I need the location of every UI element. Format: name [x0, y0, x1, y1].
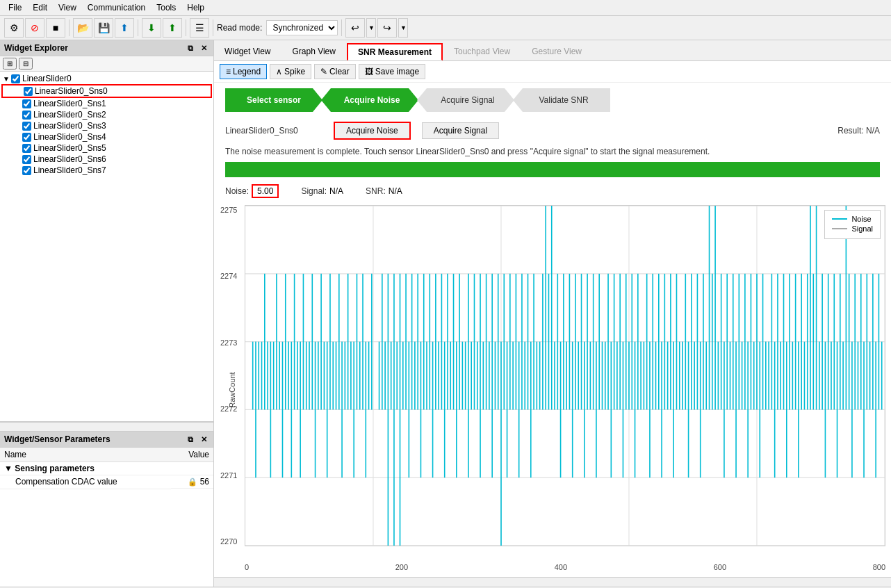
- toolbar-separator-3: [186, 19, 186, 36]
- tree-item-sns6[interactable]: LinearSlider0_Sns6: [1, 154, 212, 165]
- y-tick-2273: 2273: [220, 338, 237, 347]
- save-button[interactable]: 💾: [94, 18, 113, 38]
- down-button[interactable]: ⬇: [142, 18, 161, 38]
- open-button[interactable]: 📂: [73, 18, 92, 38]
- save-image-button[interactable]: 🖼 Save image: [359, 64, 425, 79]
- tree-checkbox-sns6[interactable]: [22, 155, 31, 164]
- stop-button[interactable]: ⊘: [25, 18, 44, 38]
- tab-widget-view[interactable]: Widget View: [214, 43, 281, 60]
- tree-item-sns7[interactable]: LinearSlider0_Sns7: [1, 165, 212, 176]
- chart-scrollbar[interactable]: [214, 577, 891, 587]
- tree-item-sns4[interactable]: LinearSlider0_Sns4: [1, 131, 212, 142]
- undo-button[interactable]: ↩: [345, 18, 365, 38]
- expand-all-button[interactable]: ⊟: [19, 58, 33, 70]
- acquire-noise-button[interactable]: Acquire Noise: [334, 122, 411, 140]
- tree-checkbox-sns5[interactable]: [22, 144, 31, 153]
- tree-item-sns2[interactable]: LinearSlider0_Sns2: [1, 109, 212, 120]
- params-panel-title: Widget/Sensor Parameters: [4, 434, 111, 444]
- x-tick-800: 800: [873, 563, 885, 571]
- up-button[interactable]: ⬆: [163, 18, 182, 38]
- toolbar-separator-1: [69, 19, 70, 36]
- result-text: Result: N/A: [837, 126, 880, 136]
- tree-item-sns0[interactable]: LinearSlider0_Sns0: [1, 84, 212, 98]
- tree-checkbox-sns4[interactable]: [22, 133, 31, 142]
- right-panel: Widget View Graph View SNR Measurement T…: [214, 40, 891, 587]
- legend-button[interactable]: ≡ Legend: [220, 64, 267, 79]
- redo-button[interactable]: ↪: [377, 18, 397, 38]
- menu-file[interactable]: File: [3, 1, 27, 14]
- menu-edit[interactable]: Edit: [27, 1, 53, 14]
- save-image-label: Save image: [375, 67, 419, 76]
- menu-communication[interactable]: Communication: [82, 1, 151, 14]
- menu-tools[interactable]: Tools: [151, 1, 181, 14]
- spike-button[interactable]: ∧ Spike: [270, 64, 311, 79]
- upload-button[interactable]: ⬆: [115, 18, 134, 38]
- params-value-cdac-text: 56: [200, 477, 209, 487]
- signal-value: N/A: [329, 186, 343, 196]
- tree-checkbox-sns3[interactable]: [22, 122, 31, 131]
- legend-signal-label: Signal: [851, 224, 873, 233]
- tree-checkbox-root[interactable]: [11, 74, 20, 83]
- y-tick-2275: 2275: [220, 206, 237, 214]
- params-label-cdac: Compensation CDAC value: [4, 477, 117, 487]
- chart-legend: Noise Signal: [824, 210, 881, 239]
- settings-button[interactable]: ⚙: [4, 18, 24, 38]
- section-arrow[interactable]: ▼: [4, 464, 15, 473]
- redo-dropdown[interactable]: ▼: [398, 18, 408, 38]
- tree-label-sns3: LinearSlider0_Sns3: [33, 121, 106, 131]
- pipeline-step-acquire-signal: Acquire Signal: [417, 88, 514, 112]
- pipeline-step-signal-label: Acquire Signal: [441, 95, 494, 105]
- tree-root[interactable]: ▼ LinearSlider0: [1, 73, 212, 84]
- acquire-signal-button[interactable]: Acquire Signal: [422, 122, 499, 139]
- params-row-cdac: Compensation CDAC value 🔒 56: [0, 475, 213, 489]
- params-close-icon[interactable]: ✕: [198, 434, 209, 445]
- collapse-all-button[interactable]: ⊞: [3, 58, 17, 70]
- snr-label: SNR:: [366, 186, 386, 196]
- tree-checkbox-sns2[interactable]: [22, 111, 31, 120]
- params-panel-content: Name Value ▼ Sensing parameters Compensa…: [0, 448, 213, 587]
- tree-label-sns2: LinearSlider0_Sns2: [33, 110, 106, 120]
- left-panel: Widget Explorer ⧉ ✕ ⊞ ⊟ ▼ LinearSlider0: [0, 40, 214, 587]
- noise-label: Noise:: [225, 186, 249, 196]
- read-mode-label: Read mode:: [217, 23, 262, 33]
- params-section-row: ▼ Sensing parameters: [0, 462, 213, 475]
- pipeline-step-select-sensor: Select sensor: [225, 88, 322, 112]
- params-restore-icon[interactable]: ⧉: [185, 434, 196, 445]
- signal-measure: Signal: N/A: [301, 186, 343, 196]
- result-value: N/A: [866, 126, 880, 136]
- legend-signal-color: [832, 228, 847, 229]
- tab-graph-view[interactable]: Graph View: [281, 43, 345, 60]
- pipeline-step-validate-label: Validate SNR: [539, 95, 588, 105]
- save-image-icon: 🖼: [365, 67, 373, 76]
- y-ticks: 2275 2274 2273 2272 2271 2270: [220, 206, 237, 546]
- pipeline-step-acquire-noise: Acquire Noise: [321, 88, 418, 112]
- tree-checkbox-sns7[interactable]: [22, 166, 31, 175]
- x-tick-200: 200: [395, 563, 408, 571]
- clear-button[interactable]: ✎ Clear: [314, 64, 356, 79]
- pipeline-step-noise-label: Acquire Noise: [344, 95, 400, 105]
- read-mode-select[interactable]: Synchronized Continuous Single: [266, 20, 338, 35]
- undo-dropdown[interactable]: ▼: [366, 18, 376, 38]
- tree-item-sns5[interactable]: LinearSlider0_Sns5: [1, 142, 212, 154]
- list-button[interactable]: ☰: [190, 18, 209, 38]
- tab-gesture-view[interactable]: Gesture View: [521, 43, 592, 60]
- stop-square-button[interactable]: ■: [46, 18, 65, 38]
- params-value-cdac: 🔒 56: [171, 475, 213, 489]
- tree-item-sns3[interactable]: LinearSlider0_Sns3: [1, 120, 212, 131]
- tree-checkbox-sns1[interactable]: [22, 99, 31, 108]
- tree-arrow-root[interactable]: ▼: [3, 75, 11, 83]
- close-icon[interactable]: ✕: [198, 42, 209, 54]
- spike-icon: ∧: [276, 67, 282, 76]
- toolbar-separator-4: [213, 19, 213, 36]
- tab-touchpad-view[interactable]: Touchpad View: [443, 43, 521, 60]
- tree-checkbox-sns0[interactable]: [24, 87, 33, 96]
- tree-item-sns1[interactable]: LinearSlider0_Sns1: [1, 98, 212, 109]
- tree-scrollbar[interactable]: [0, 422, 213, 432]
- tab-snr-measurement[interactable]: SNR Measurement: [347, 43, 443, 60]
- restore-icon[interactable]: ⧉: [185, 42, 196, 54]
- menu-help[interactable]: Help: [181, 1, 210, 14]
- pipeline-step-validate-snr: Validate SNR: [513, 88, 610, 112]
- legend-noise-color: [832, 218, 847, 220]
- sub-toolbar: ≡ Legend ∧ Spike ✎ Clear 🖼 Save image: [214, 61, 891, 83]
- menu-view[interactable]: View: [53, 1, 82, 14]
